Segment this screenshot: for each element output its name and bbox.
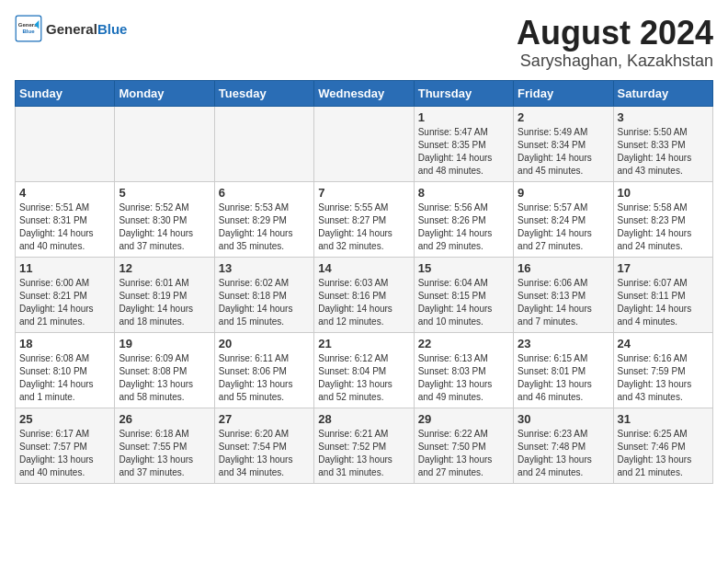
day-number: 12 — [119, 261, 210, 275]
day-info: Sunrise: 5:52 AM Sunset: 8:30 PM Dayligh… — [119, 201, 210, 253]
day-info: Sunrise: 5:49 AM Sunset: 8:34 PM Dayligh… — [518, 126, 609, 178]
calendar-week-row: 1Sunrise: 5:47 AM Sunset: 8:35 PM Daylig… — [16, 106, 713, 181]
logo-text: GeneralBlue — [46, 21, 127, 37]
calendar-day-cell: 12Sunrise: 6:01 AM Sunset: 8:19 PM Dayli… — [115, 257, 214, 332]
day-info: Sunrise: 6:16 AM Sunset: 7:59 PM Dayligh… — [618, 352, 709, 404]
logo-icon: General Blue — [15, 15, 42, 42]
day-info: Sunrise: 6:22 AM Sunset: 7:50 PM Dayligh… — [418, 428, 509, 479]
calendar-day-cell: 5Sunrise: 5:52 AM Sunset: 8:30 PM Daylig… — [115, 181, 214, 257]
logo: General Blue GeneralBlue — [15, 15, 127, 42]
calendar-week-row: 25Sunrise: 6:17 AM Sunset: 7:57 PM Dayli… — [16, 408, 713, 483]
day-number: 6 — [219, 186, 310, 200]
calendar-header-row: SundayMondayTuesdayWednesdayThursdayFrid… — [16, 80, 713, 106]
calendar-day-cell: 1Sunrise: 5:47 AM Sunset: 8:35 PM Daylig… — [414, 106, 513, 181]
day-number: 25 — [19, 412, 110, 426]
day-of-week-header: Tuesday — [214, 80, 313, 106]
day-info: Sunrise: 6:02 AM Sunset: 8:18 PM Dayligh… — [219, 277, 310, 328]
day-number: 13 — [219, 261, 310, 275]
day-info: Sunrise: 6:18 AM Sunset: 7:55 PM Dayligh… — [119, 428, 210, 479]
day-info: Sunrise: 6:07 AM Sunset: 8:11 PM Dayligh… — [618, 277, 709, 328]
day-number: 26 — [119, 412, 210, 426]
day-info: Sunrise: 5:53 AM Sunset: 8:29 PM Dayligh… — [219, 201, 310, 253]
day-info: Sunrise: 6:12 AM Sunset: 8:04 PM Dayligh… — [318, 352, 409, 404]
calendar-day-cell: 31Sunrise: 6:25 AM Sunset: 7:46 PM Dayli… — [613, 408, 712, 483]
day-number: 7 — [318, 186, 409, 200]
day-number: 17 — [618, 261, 709, 275]
calendar-day-cell: 22Sunrise: 6:13 AM Sunset: 8:03 PM Dayli… — [414, 332, 513, 408]
calendar-day-cell — [16, 106, 115, 181]
day-number: 4 — [19, 186, 110, 200]
day-number: 22 — [418, 337, 509, 350]
calendar-week-row: 11Sunrise: 6:00 AM Sunset: 8:21 PM Dayli… — [16, 257, 713, 332]
calendar-day-cell: 11Sunrise: 6:00 AM Sunset: 8:21 PM Dayli… — [16, 257, 115, 332]
calendar-day-cell: 14Sunrise: 6:03 AM Sunset: 8:16 PM Dayli… — [314, 257, 414, 332]
day-of-week-header: Thursday — [414, 80, 513, 106]
day-number: 31 — [618, 412, 709, 426]
calendar-day-cell: 15Sunrise: 6:04 AM Sunset: 8:15 PM Dayli… — [414, 257, 513, 332]
title-area: August 2024 Saryshaghan, Kazakhstan — [517, 15, 713, 71]
day-number: 16 — [518, 261, 609, 275]
calendar-day-cell: 20Sunrise: 6:11 AM Sunset: 8:06 PM Dayli… — [214, 332, 313, 408]
day-number: 19 — [119, 337, 210, 350]
calendar-day-cell: 21Sunrise: 6:12 AM Sunset: 8:04 PM Dayli… — [314, 332, 414, 408]
day-number: 23 — [518, 337, 609, 350]
subtitle: Saryshaghan, Kazakhstan — [517, 52, 713, 71]
day-number: 29 — [418, 412, 509, 426]
day-info: Sunrise: 6:00 AM Sunset: 8:21 PM Dayligh… — [19, 277, 110, 328]
logo-blue: Blue — [97, 21, 128, 37]
day-info: Sunrise: 5:50 AM Sunset: 8:33 PM Dayligh… — [618, 126, 709, 178]
calendar-day-cell: 25Sunrise: 6:17 AM Sunset: 7:57 PM Dayli… — [16, 408, 115, 483]
calendar-day-cell: 30Sunrise: 6:23 AM Sunset: 7:48 PM Dayli… — [514, 408, 613, 483]
main-title: August 2024 — [517, 15, 713, 52]
day-number: 5 — [119, 186, 210, 200]
calendar-day-cell: 19Sunrise: 6:09 AM Sunset: 8:08 PM Dayli… — [115, 332, 214, 408]
calendar-day-cell: 7Sunrise: 5:55 AM Sunset: 8:27 PM Daylig… — [314, 181, 414, 257]
day-number: 27 — [219, 412, 310, 426]
day-info: Sunrise: 5:57 AM Sunset: 8:24 PM Dayligh… — [518, 201, 609, 253]
day-number: 2 — [518, 110, 609, 124]
day-info: Sunrise: 6:25 AM Sunset: 7:46 PM Dayligh… — [618, 428, 709, 479]
svg-text:Blue: Blue — [22, 29, 35, 34]
calendar-day-cell: 17Sunrise: 6:07 AM Sunset: 8:11 PM Dayli… — [613, 257, 712, 332]
day-info: Sunrise: 6:21 AM Sunset: 7:52 PM Dayligh… — [318, 428, 409, 479]
day-info: Sunrise: 6:13 AM Sunset: 8:03 PM Dayligh… — [418, 352, 509, 404]
day-number: 28 — [318, 412, 409, 426]
calendar-table: SundayMondayTuesdayWednesdayThursdayFrid… — [15, 80, 713, 484]
calendar-day-cell: 27Sunrise: 6:20 AM Sunset: 7:54 PM Dayli… — [214, 408, 313, 483]
logo-general: General — [46, 21, 97, 37]
day-info: Sunrise: 6:09 AM Sunset: 8:08 PM Dayligh… — [119, 352, 210, 404]
calendar-day-cell — [115, 106, 214, 181]
calendar-day-cell: 18Sunrise: 6:08 AM Sunset: 8:10 PM Dayli… — [16, 332, 115, 408]
calendar-day-cell — [214, 106, 313, 181]
calendar-day-cell: 16Sunrise: 6:06 AM Sunset: 8:13 PM Dayli… — [514, 257, 613, 332]
calendar-day-cell: 23Sunrise: 6:15 AM Sunset: 8:01 PM Dayli… — [514, 332, 613, 408]
day-of-week-header: Friday — [514, 80, 613, 106]
day-info: Sunrise: 6:15 AM Sunset: 8:01 PM Dayligh… — [518, 352, 609, 404]
day-number: 14 — [318, 261, 409, 275]
day-info: Sunrise: 5:58 AM Sunset: 8:23 PM Dayligh… — [618, 201, 709, 253]
day-number: 3 — [618, 110, 709, 124]
calendar-day-cell: 24Sunrise: 6:16 AM Sunset: 7:59 PM Dayli… — [613, 332, 712, 408]
calendar-day-cell: 9Sunrise: 5:57 AM Sunset: 8:24 PM Daylig… — [514, 181, 613, 257]
day-info: Sunrise: 6:04 AM Sunset: 8:15 PM Dayligh… — [418, 277, 509, 328]
day-info: Sunrise: 6:08 AM Sunset: 8:10 PM Dayligh… — [19, 352, 110, 404]
calendar-day-cell: 26Sunrise: 6:18 AM Sunset: 7:55 PM Dayli… — [115, 408, 214, 483]
day-number: 24 — [618, 337, 709, 350]
day-of-week-header: Saturday — [613, 80, 712, 106]
calendar-day-cell: 28Sunrise: 6:21 AM Sunset: 7:52 PM Dayli… — [314, 408, 414, 483]
day-info: Sunrise: 5:56 AM Sunset: 8:26 PM Dayligh… — [418, 201, 509, 253]
day-info: Sunrise: 6:17 AM Sunset: 7:57 PM Dayligh… — [19, 428, 110, 479]
calendar-day-cell: 29Sunrise: 6:22 AM Sunset: 7:50 PM Dayli… — [414, 408, 513, 483]
day-of-week-header: Sunday — [16, 80, 115, 106]
calendar-week-row: 18Sunrise: 6:08 AM Sunset: 8:10 PM Dayli… — [16, 332, 713, 408]
day-number: 9 — [518, 186, 609, 200]
day-of-week-header: Monday — [115, 80, 214, 106]
header: General Blue GeneralBlue August 2024 Sar… — [15, 15, 713, 71]
day-number: 15 — [418, 261, 509, 275]
day-info: Sunrise: 6:11 AM Sunset: 8:06 PM Dayligh… — [219, 352, 310, 404]
calendar-day-cell: 2Sunrise: 5:49 AM Sunset: 8:34 PM Daylig… — [514, 106, 613, 181]
day-number: 8 — [418, 186, 509, 200]
calendar-day-cell: 8Sunrise: 5:56 AM Sunset: 8:26 PM Daylig… — [414, 181, 513, 257]
day-number: 30 — [518, 412, 609, 426]
calendar-week-row: 4Sunrise: 5:51 AM Sunset: 8:31 PM Daylig… — [16, 181, 713, 257]
